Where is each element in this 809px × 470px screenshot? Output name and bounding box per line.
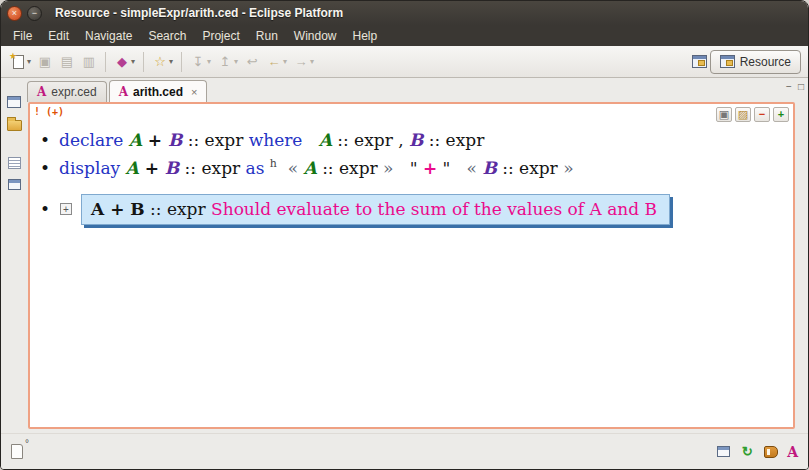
wand-icon: ☆ [152, 53, 168, 70]
var-a-decl: A [319, 130, 332, 150]
tab-expr-ced[interactable]: A expr.ced [27, 81, 107, 102]
editor-view-icon[interactable] [8, 179, 21, 190]
refresh-icon[interactable]: ↻ [739, 443, 755, 460]
main-area: A expr.ced A arith.ced × − □ ! (+) ▣ ▨ − [1, 78, 808, 469]
add-button[interactable]: + [773, 107, 789, 122]
plus-icon: + [63, 204, 69, 215]
var-b: B [165, 158, 179, 178]
tab-label: arith.ced [133, 85, 183, 99]
cedille-editor[interactable]: ! (+) ▣ ▨ − + •declare A + B :: expr whe… [28, 102, 795, 429]
menu-project[interactable]: Project [194, 27, 247, 45]
close-button[interactable]: × [7, 6, 22, 21]
external-tools-button[interactable]: ☆ ▾ [149, 50, 176, 74]
menu-navigate[interactable]: Navigate [77, 27, 140, 45]
views-trim-icon[interactable] [717, 446, 730, 457]
var-b: B [130, 199, 144, 219]
editor-tab-bar: A expr.ced A arith.ced × − □ [27, 80, 804, 102]
new-document-icon: ★ [13, 55, 24, 69]
expand-toggle[interactable]: + [60, 203, 72, 215]
bullet: • [40, 130, 50, 150]
dropdown-icon[interactable]: ▾ [283, 57, 287, 66]
titlebar: × − Resource - simpleExpr/arith.ced - Ec… [1, 1, 808, 25]
menu-file[interactable]: File [5, 27, 40, 45]
tab-arith-ced[interactable]: A arith.ced × [109, 80, 208, 102]
degree-icon: ° [25, 438, 29, 449]
close-bracket: » [558, 158, 574, 178]
open-perspective-icon [692, 55, 707, 68]
dropdown-icon[interactable]: ▾ [131, 57, 135, 66]
expression-node[interactable]: A + B :: expr Should evaluate to the sum… [81, 194, 670, 225]
edit-button[interactable]: ▨ [735, 107, 751, 122]
dropdown-icon[interactable]: ▾ [234, 57, 238, 66]
restore-view-icon[interactable] [7, 96, 21, 108]
save-all-button[interactable]: ▤ [56, 50, 78, 74]
tab-close-icon[interactable]: × [191, 86, 197, 98]
back-button[interactable]: ← ▾ [263, 50, 290, 74]
keyword-display: display [59, 158, 126, 178]
menu-help[interactable]: Help [345, 27, 386, 45]
toolbar-separator [143, 52, 144, 72]
cedille-trim-icon[interactable]: A [787, 445, 798, 459]
left-trim-bar [1, 82, 27, 429]
plus-operator: + [139, 158, 165, 178]
ced-file-icon: A [37, 86, 46, 98]
print-button[interactable]: ▥ [78, 50, 100, 74]
save-button[interactable]: ▣ [34, 50, 56, 74]
display-line[interactable]: •display A + B :: expr as h « A :: expr … [40, 157, 785, 178]
dropdown-icon[interactable]: ▾ [27, 57, 31, 66]
open-bracket: « [450, 158, 482, 178]
dropdown-icon[interactable]: ▾ [310, 57, 314, 66]
outline-view-icon[interactable] [8, 157, 21, 169]
menu-search[interactable]: Search [140, 27, 194, 45]
minimize-icon: − [32, 9, 37, 18]
toolbar: ★ ▾ ▣ ▤ ▥ ◆ ▾ ☆ ▾ ↧ ▾ ↥ ▾ ↩ ← ▾ → [1, 46, 808, 78]
keyword-as: as [246, 158, 270, 178]
plus-operator: + [142, 130, 168, 150]
remove-button[interactable]: − [754, 107, 770, 122]
last-edit-location-button[interactable]: ↩ [241, 50, 263, 74]
var-b-ref: B [482, 158, 496, 178]
spacer-text [302, 130, 318, 150]
close-icon: × [12, 9, 17, 18]
expression-line[interactable]: •+A + B :: expr Should evaluate to the s… [40, 194, 785, 225]
toggle-view-button[interactable]: ▣ [716, 107, 732, 122]
next-annotation-button[interactable]: ↧ ▾ [187, 50, 214, 74]
var-a: A [129, 130, 142, 150]
open-perspective-button[interactable] [689, 50, 710, 74]
editor-content: •declare A + B :: expr where A :: expr ,… [30, 124, 793, 225]
minimize-button[interactable]: − [27, 6, 42, 21]
type-annotation: :: expr [145, 199, 211, 219]
menu-window[interactable]: Window [286, 27, 345, 45]
open-bracket: « [277, 158, 304, 178]
minimize-editor-icon[interactable]: − [786, 82, 792, 92]
bullet: • [40, 199, 50, 219]
menu-run[interactable]: Run [248, 27, 286, 45]
save-icon: ▣ [37, 53, 53, 70]
back-icon: ← [266, 53, 282, 70]
run-button[interactable]: ◆ ▾ [111, 50, 138, 74]
var-b: B [168, 130, 182, 150]
plus-operator: + [104, 199, 130, 219]
maximize-editor-icon[interactable]: □ [798, 82, 804, 92]
editor-trim-icon[interactable]: ° [11, 444, 23, 459]
last-edit-icon: ↩ [244, 53, 260, 70]
resource-perspective-button[interactable]: Resource [710, 50, 801, 74]
new-wizard-button[interactable]: ★ ▾ [8, 50, 34, 74]
folder-icon[interactable] [7, 120, 22, 131]
book-icon[interactable] [764, 446, 778, 458]
forward-button[interactable]: → ▾ [290, 50, 317, 74]
plus-icon: + [778, 109, 784, 120]
menu-edit[interactable]: Edit [40, 27, 77, 45]
keyword-where: where [249, 130, 303, 150]
dropdown-icon[interactable]: ▾ [207, 57, 211, 66]
dropdown-icon[interactable]: ▾ [169, 57, 173, 66]
declare-line[interactable]: •declare A + B :: expr where A :: expr ,… [40, 130, 785, 150]
view-icon: ▣ [719, 109, 729, 120]
editor-header: ! (+) ▣ ▨ − + [30, 104, 793, 124]
toolbar-separator [181, 52, 182, 72]
previous-annotation-button[interactable]: ↥ ▾ [214, 50, 241, 74]
status-bar: ° ↻ A [1, 433, 808, 469]
editor-minmax-controls: − □ [786, 80, 804, 92]
window-title: Resource - simpleExpr/arith.ced - Eclips… [55, 6, 343, 20]
type-annotation: :: expr [423, 130, 484, 150]
